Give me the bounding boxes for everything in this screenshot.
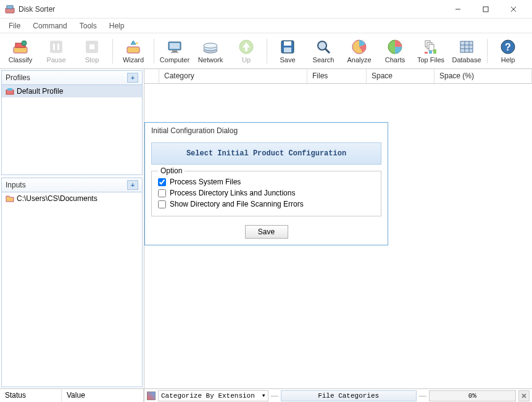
chevron-down-icon: ▼ xyxy=(262,393,265,398)
toolbar: Classify Pause Stop Wizard Computer Netw… xyxy=(0,33,532,69)
dialog-title: Initial Configuration Dialog xyxy=(145,123,388,139)
svg-rect-25 xyxy=(284,47,291,52)
progress-bar: 0% xyxy=(429,390,516,401)
option-label: Process System Files xyxy=(170,178,241,186)
option-checkbox[interactable] xyxy=(158,200,166,208)
topfiles-button[interactable]: Top Files xyxy=(413,35,449,67)
dialog-options-group: Option Process System Files Process Dire… xyxy=(151,171,381,216)
left-column: Profiles + Default Profile Inputs + C:\U… xyxy=(0,69,144,388)
details-panel: Categorize By Extension ▼ — File Categor… xyxy=(144,389,532,402)
svg-rect-1 xyxy=(7,6,13,9)
col-files[interactable]: Files xyxy=(307,69,367,83)
svg-rect-10 xyxy=(53,44,55,50)
svg-rect-11 xyxy=(57,44,59,50)
svg-rect-3 xyxy=(483,7,488,12)
wizard-button[interactable]: Wizard xyxy=(115,35,151,67)
search-label: Search xyxy=(313,56,335,64)
profiles-panel: Profiles + Default Profile xyxy=(1,70,143,175)
database-label: Database xyxy=(452,56,481,64)
pause-label: Pause xyxy=(46,56,65,64)
profile-label: Default Profile xyxy=(17,87,63,96)
inputs-title: Inputs xyxy=(6,181,26,189)
clear-button[interactable] xyxy=(518,390,530,401)
menu-help[interactable]: Help xyxy=(103,20,131,31)
analyze-button[interactable]: Analyze xyxy=(341,35,377,67)
option-show-scanning-errors[interactable]: Show Directory and File Scanning Errors xyxy=(158,199,375,210)
svg-rect-32 xyxy=(429,44,434,51)
category-header: Category Files Space Space (%) xyxy=(144,69,532,84)
search-icon xyxy=(315,38,332,55)
toolbar-separator xyxy=(487,39,488,64)
maximize-button[interactable] xyxy=(472,0,499,18)
classify-label: Classify xyxy=(9,56,33,64)
svg-rect-24 xyxy=(284,41,291,46)
svg-rect-14 xyxy=(127,47,139,53)
help-button[interactable]: ? Help xyxy=(490,35,526,67)
svg-point-21 xyxy=(204,43,217,48)
categorize-combo-text: Categorize By Extension xyxy=(161,392,255,400)
option-process-system-files[interactable]: Process System Files xyxy=(158,176,375,187)
col-spacepct[interactable]: Space (%) xyxy=(434,69,532,83)
network-icon xyxy=(202,38,219,55)
col-space[interactable]: Space xyxy=(367,69,434,83)
menu-file[interactable]: File xyxy=(2,20,27,31)
charts-label: Charts xyxy=(385,56,405,64)
charts-button[interactable]: Charts xyxy=(377,35,413,67)
input-item[interactable]: C:\Users\CS\Documents xyxy=(2,192,142,205)
stop-button[interactable]: Stop xyxy=(74,35,110,67)
option-checkbox[interactable] xyxy=(158,189,166,197)
computer-icon xyxy=(166,38,183,55)
pause-icon xyxy=(48,38,65,55)
profiles-title: Profiles xyxy=(6,73,30,82)
help-icon: ? xyxy=(499,38,517,55)
file-categories-button[interactable]: File Categories xyxy=(281,390,417,401)
pause-button[interactable]: Pause xyxy=(38,35,74,67)
status-panel: Status Value xyxy=(0,389,144,402)
classify-button[interactable]: Classify xyxy=(2,35,38,67)
minimize-button[interactable] xyxy=(444,0,472,18)
col-category[interactable]: Category xyxy=(159,69,307,83)
save-label: Save xyxy=(280,56,295,64)
dialog-group-label: Option xyxy=(158,166,185,175)
col-value[interactable]: Value xyxy=(62,389,144,402)
close-icon xyxy=(521,393,527,399)
svg-line-27 xyxy=(325,49,330,53)
stop-label: Stop xyxy=(85,56,99,64)
menu-command[interactable]: Command xyxy=(27,20,73,31)
inputs-panel: Inputs + C:\Users\CS\Documents xyxy=(1,178,143,387)
save-button[interactable]: Save xyxy=(270,35,305,67)
filter-bar: Categorize By Extension ▼ — File Categor… xyxy=(144,389,532,402)
profile-item[interactable]: Default Profile xyxy=(2,85,142,97)
inputs-add-button[interactable]: + xyxy=(127,180,138,190)
inputs-list: C:\Users\CS\Documents xyxy=(2,192,142,205)
folder-icon xyxy=(6,194,14,203)
up-button[interactable]: Up xyxy=(228,35,264,67)
profiles-add-button[interactable]: + xyxy=(127,73,138,83)
input-path: C:\Users\CS\Documents xyxy=(17,194,98,203)
bottom-row: Status Value Categorize By Extension ▼ —… xyxy=(0,388,532,402)
database-button[interactable]: Database xyxy=(449,35,484,67)
option-process-directory-links[interactable]: Process Directory Links and Junctions xyxy=(158,187,375,199)
svg-rect-33 xyxy=(425,52,428,54)
toolbar-separator xyxy=(267,39,267,64)
category-gutter xyxy=(144,69,159,83)
app-icon xyxy=(5,4,15,14)
menu-tools[interactable]: Tools xyxy=(73,20,103,31)
option-checkbox[interactable] xyxy=(158,178,166,186)
svg-rect-13 xyxy=(89,44,94,49)
categorize-combo[interactable]: Categorize By Extension ▼ xyxy=(158,390,268,401)
status-header: Status Value xyxy=(0,389,144,402)
computer-button[interactable]: Computer xyxy=(157,35,193,67)
network-button[interactable]: Network xyxy=(193,35,228,67)
topfiles-label: Top Files xyxy=(417,56,444,64)
dialog-save-button[interactable]: Save xyxy=(245,225,288,239)
svg-rect-9 xyxy=(50,41,62,53)
option-label: Process Directory Links and Junctions xyxy=(170,189,295,197)
toolbar-separator xyxy=(154,39,154,64)
close-button[interactable] xyxy=(499,0,527,18)
search-button[interactable]: Search xyxy=(305,35,341,67)
dialog-body: Select Initial Product Configuration Opt… xyxy=(145,139,388,245)
col-status[interactable]: Status xyxy=(0,389,62,402)
svg-rect-35 xyxy=(433,49,436,54)
svg-rect-34 xyxy=(429,51,432,54)
